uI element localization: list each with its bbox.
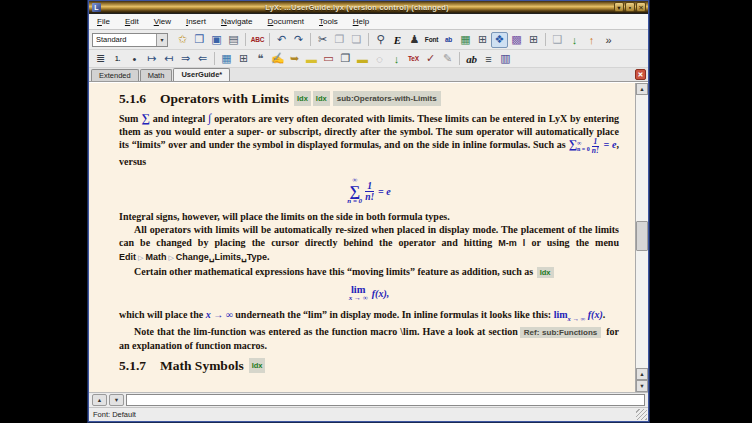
history-down-button[interactable]: ▼ [109,394,124,406]
table-layout-icon[interactable]: ⊞ [525,32,542,48]
index-inset-button[interactable]: Idx [537,267,554,278]
shift-left-icon[interactable]: ⇐ [194,51,211,67]
scrollbar-track[interactable] [636,95,648,368]
index-inset-button[interactable]: Idx [294,91,311,106]
noun-icon[interactable]: ♟ [406,32,423,48]
chevron-down-icon[interactable]: ▾ [156,34,167,46]
vertical-scrollbar[interactable]: ▲ ▲ ▼ [635,83,648,392]
bullet-list-icon[interactable]: • [126,51,143,67]
section-heading[interactable]: 5.1.6 Operators with Limits IdxIdxsub:Op… [119,91,619,106]
justify-icon[interactable]: ≣ [92,51,109,67]
new-document-icon[interactable]: ✩ [174,32,191,48]
numbered-list-icon[interactable]: 1. [109,51,126,67]
menu-view[interactable]: View [152,16,173,27]
resize-grip[interactable] [636,409,647,420]
open-document-icon[interactable]: ❒ [191,32,208,48]
inline-math-operator[interactable]: ∑ [568,137,577,151]
label-inset-button[interactable]: Ref: sub:Functions [520,327,601,338]
increase-depth-icon[interactable]: ↦ [143,51,160,67]
maximize-button[interactable]: ▪ [625,2,635,12]
title-bar[interactable]: L LyX: ...UserGuide.lyx (version control… [89,1,648,14]
scrollbar-thumb[interactable] [636,221,648,251]
include-file-icon[interactable]: ↓ [388,51,405,67]
math-scripts[interactable]: ∞n = 0 [577,140,590,153]
paragraph[interactable]: which will place the x → ∞ underneath th… [119,308,619,325]
label-inset-button[interactable]: sub:Operators-with-Limits [333,91,441,106]
export-document-icon[interactable]: ❑ [549,32,566,48]
font-dialog-icon[interactable]: Font [423,32,440,48]
line-spacing-icon[interactable]: ≡ [480,51,497,67]
paragraph[interactable]: All operators with limits will be automa… [119,223,619,265]
scroll-down-button[interactable]: ▼ [636,380,648,392]
insert-table-icon[interactable]: ⊞ [474,32,491,48]
insert-note-icon[interactable]: ▬ [303,51,320,67]
scroll-up-button[interactable]: ▲ [636,83,648,95]
scroll-up-button-bottom[interactable]: ▲ [636,368,648,380]
toolbar-overflow-icon[interactable]: » [600,32,617,48]
inline-math[interactable]: f(x) [585,309,603,320]
close-view-button[interactable]: ✕ [635,69,646,80]
paragraph[interactable]: Sum ∑ and integral ∫ operators are very … [119,112,619,168]
thesaurus-icon[interactable]: ✎ [439,51,456,67]
menu-file[interactable]: File [95,16,112,27]
tab-extended[interactable]: Extended [91,69,139,81]
selection-box-icon[interactable]: ◌ [371,51,388,67]
redo-icon[interactable]: ↷ [290,32,307,48]
section-insets[interactable]: IdxIdxsub:Operators-with-Limits [293,91,443,106]
display-formula-sum[interactable]: ∞ ∑ n = 0 1 n! = e [119,173,619,205]
math-subscript[interactable]: x → ∞ [568,315,586,322]
inline-math[interactable]: lim [554,309,568,320]
close-button[interactable]: ✕ [636,2,646,12]
insert-table-float-icon[interactable]: ⊞ [235,51,252,67]
underline-font-icon[interactable]: ab [440,32,457,48]
menu-navigate[interactable]: Navigate [219,16,255,27]
history-up-button[interactable]: ▲ [92,394,107,406]
insert-label-icon[interactable]: ▬ [354,51,371,67]
check-word-icon[interactable]: ✓ [422,51,439,67]
insert-box-icon[interactable]: ▭ [320,51,337,67]
paragraph[interactable]: Integral signs, however, will place the … [119,210,619,223]
inline-fraction[interactable]: 1n! [592,138,599,155]
tab-userguide[interactable]: UserGuide* [173,68,230,81]
menu-insert[interactable]: Insert [184,16,208,27]
section-heading[interactable]: 5.1.7 Math Symbols Idx [119,358,619,373]
menu-help[interactable]: Help [351,16,371,27]
menu-document[interactable]: Document [266,16,306,27]
insert-graphics-icon[interactable]: ▦ [457,32,474,48]
open-book-icon[interactable]: ▥ [497,51,514,67]
emphasis-icon[interactable]: E [389,32,406,48]
index-inset-button[interactable]: Idx [249,358,266,373]
display-formula-lim[interactable]: lim x → ∞ f(x), [119,284,619,303]
menu-edit[interactable]: Edit [123,16,141,27]
paste-icon[interactable]: ❏ [348,32,365,48]
paragraph[interactable]: Certain other mathematical expressions h… [119,265,619,279]
command-buffer-input[interactable] [126,394,645,406]
paragraph-style-combo[interactable]: Standard ▾ [92,33,168,47]
math-panel-icon[interactable]: ❖ [491,32,508,48]
shift-right-icon[interactable]: ⇒ [177,51,194,67]
inline-math[interactable]: x → ∞ [206,309,233,320]
insert-hyperlink-icon[interactable]: ➥ [286,51,303,67]
menu-tools[interactable]: Tools [317,16,340,27]
index-inset-button[interactable]: Idx [313,91,330,106]
inline-math-operator[interactable]: ∑ [141,111,150,125]
minimize-button[interactable]: ▾ [614,2,624,12]
insert-figure-icon[interactable]: ▦ [218,51,235,67]
insert-footnote-icon[interactable]: ❝ [252,51,269,67]
font-style-icon[interactable]: ab [463,51,480,67]
vc-check-out-icon[interactable]: ↑ [583,32,600,48]
save-icon[interactable]: ▣ [208,32,225,48]
undo-icon[interactable]: ↶ [273,32,290,48]
find-replace-icon[interactable]: ⚲ [372,32,389,48]
inline-math[interactable]: = e [601,139,617,150]
tab-math[interactable]: Math [140,69,173,81]
decrease-depth-icon[interactable]: ↤ [160,51,177,67]
spellcheck-icon[interactable]: ABC [249,32,266,48]
insert-tex-icon[interactable]: TeX [405,51,422,67]
table-settings-icon[interactable]: ▩ [508,32,525,48]
minipage-icon[interactable]: ❐ [337,51,354,67]
document-canvas[interactable]: 5.1.6 Operators with Limits IdxIdxsub:Op… [89,83,635,392]
vc-check-in-icon[interactable]: ↓ [566,32,583,48]
paragraph[interactable]: Note that the lim-function was entered a… [119,325,619,352]
copy-icon[interactable]: ❐ [331,32,348,48]
